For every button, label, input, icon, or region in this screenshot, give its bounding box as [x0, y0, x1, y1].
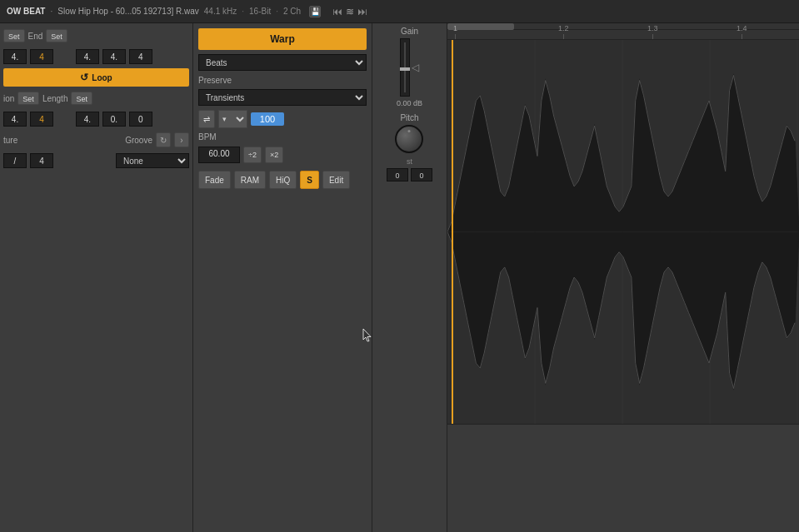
loop-percent-row: ⇌ ▾ 100	[198, 110, 367, 128]
ram-button[interactable]: RAM	[234, 171, 266, 189]
beats-select[interactable]: Beats Tones Texture Re-Pitch Complex	[198, 54, 367, 71]
length-nums-row: 4. 4 4. 0. 0	[3, 110, 189, 128]
len-val-4[interactable]: 0	[129, 112, 152, 127]
fraction-row: / 4 None MPC Natural Swing 54	[3, 152, 189, 170]
pitch-val-1[interactable]: 0	[387, 168, 408, 181]
waveform-canvas[interactable]	[447, 40, 799, 424]
bpm-display[interactable]: 60.00	[198, 147, 240, 163]
gain-label: Gain	[401, 27, 418, 36]
save-button[interactable]: S	[300, 171, 319, 189]
bar-val-1[interactable]: 4.	[3, 49, 27, 64]
bottom-btns: Fade RAM HiQ S Edit	[198, 171, 367, 189]
mid-panel: Warp Beats Tones Texture Re-Pitch Comple…	[193, 23, 372, 532]
waveform-area: 1 1.2 1.3 1.4	[447, 23, 799, 532]
loop-arrow-btn[interactable]: ⇌	[198, 110, 215, 128]
slash-label: /	[3, 153, 27, 168]
loop-label: Loop	[92, 73, 112, 82]
bar-val-3[interactable]: 4.	[102, 49, 126, 64]
transport-icons: ⏮ ≋ ⏭	[332, 6, 367, 17]
num4-label[interactable]: 4	[30, 153, 53, 168]
st-label: st	[407, 157, 412, 166]
gain-db-display: 0.00 dB	[397, 99, 422, 107]
ruler-mark-14: 1.4	[737, 25, 747, 39]
length-row: ion Set Length Set	[3, 89, 189, 107]
ruler-mark-1: 1	[453, 25, 457, 39]
warp-button[interactable]: Warp	[198, 28, 367, 50]
len-val-3[interactable]: 0.	[102, 112, 126, 127]
transients-row: Transients Envelopes Formants	[198, 89, 367, 106]
left-panel: Set End Set 4. 4 4. 4. 4 ↺ Loop ion Set …	[0, 23, 193, 532]
preserve-label: Preserve	[198, 75, 367, 85]
set-end-row: Set End Set	[3, 27, 189, 45]
bpm-controls: 60.00 ÷2 ×2	[198, 147, 367, 163]
groove-label: Groove	[125, 136, 152, 145]
rewind-icon[interactable]: ⏮	[332, 6, 342, 17]
gain-arrow-icon[interactable]: ◁	[412, 62, 419, 73]
gain-slider-area: ◁	[400, 38, 419, 97]
loop-mode-select[interactable]: ▾	[218, 110, 247, 128]
set-button-4[interactable]: Set	[71, 92, 92, 105]
pitch-val-2[interactable]: 0	[411, 168, 432, 181]
waveform-icon: ≋	[346, 6, 354, 17]
loop-button[interactable]: ↺ Loop	[3, 68, 189, 87]
groove-random-btn[interactable]: ↻	[156, 132, 171, 147]
len-val-orange[interactable]: 4	[30, 112, 53, 127]
file-name: Slow Hip Hop - 60...05 192713] R.wav	[57, 7, 199, 16]
gain-pitch-panel: Gain ◁ 0.00 dB Pitch st 0 0	[372, 23, 447, 532]
loop-row: ↺ Loop	[3, 68, 189, 87]
bit-depth: 16-Bit	[249, 7, 271, 16]
waveform-svg	[447, 40, 799, 424]
ruler-mark-12: 1.2	[558, 25, 569, 39]
groove-right-btn[interactable]: ›	[174, 132, 189, 147]
top-bar: OW BEAT · Slow Hip Hop - 60...05 192713]…	[0, 0, 799, 23]
bpm-row: BPM	[198, 132, 367, 142]
edit-button[interactable]: Edit	[322, 171, 350, 189]
set-button-1[interactable]: Set	[3, 29, 25, 42]
ion-label: ion	[3, 94, 14, 103]
hiq-button[interactable]: HiQ	[269, 171, 297, 189]
forward-icon[interactable]: ⏭	[357, 6, 367, 17]
sample-rate: 44.1 kHz	[204, 7, 237, 16]
end-label: End	[28, 32, 43, 41]
percent-display[interactable]: 100	[251, 112, 284, 126]
bar-val-4[interactable]: 4	[129, 49, 152, 64]
pitch-inputs: 0 0	[387, 168, 432, 181]
save-icon[interactable]: 💾	[309, 6, 321, 17]
beats-row: Beats Tones Texture Re-Pitch Complex	[198, 54, 367, 71]
ruler-mark-13: 1.3	[647, 25, 658, 39]
bottom-area	[447, 424, 799, 532]
set-button-3[interactable]: Set	[17, 92, 39, 105]
bar-val-2[interactable]: 4.	[76, 49, 99, 64]
bars-row-1: 4. 4 4. 4. 4	[3, 47, 189, 66]
groove-row: ture Groove ↻ ›	[3, 131, 189, 149]
gain-slider[interactable]	[400, 38, 410, 97]
pitch-knob[interactable]	[395, 125, 425, 155]
fade-button[interactable]: Fade	[198, 171, 231, 189]
transients-select[interactable]: Transients Envelopes Formants	[198, 89, 367, 106]
div2-button[interactable]: ÷2	[243, 147, 262, 163]
len-val-2[interactable]: 4.	[76, 112, 99, 127]
groove-select[interactable]: None MPC Natural Swing 54	[116, 153, 189, 168]
mul2-button[interactable]: ×2	[265, 147, 283, 163]
len-val-1[interactable]: 4.	[3, 112, 27, 127]
channels: 2 Ch	[283, 7, 301, 16]
pitch-label: Pitch	[400, 113, 418, 122]
set-button-2[interactable]: Set	[46, 29, 67, 42]
timeline-ruler: 1 1.2 1.3 1.4	[447, 23, 799, 40]
length-label: Length	[42, 94, 68, 103]
track-name: OW BEAT	[7, 7, 45, 16]
loop-icon: ↺	[80, 72, 88, 83]
bar-val-orange[interactable]: 4	[30, 49, 53, 64]
texture-label: ture	[3, 136, 17, 145]
